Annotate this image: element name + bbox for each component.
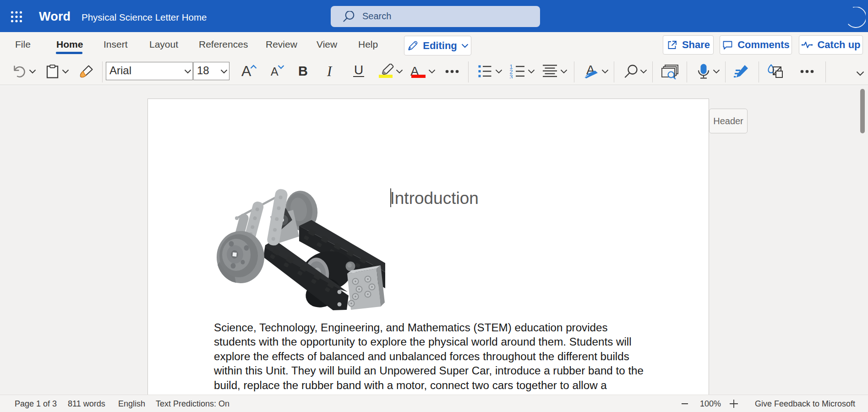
svg-text:3: 3 — [510, 74, 513, 78]
